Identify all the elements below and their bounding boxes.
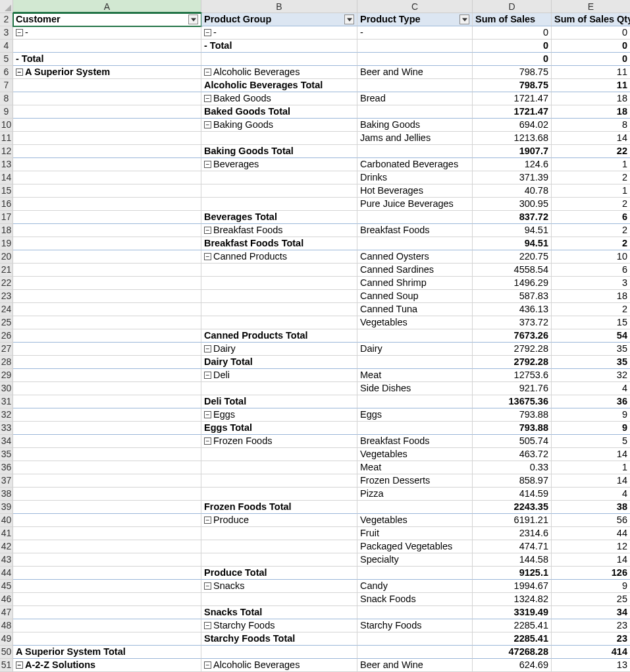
row-header[interactable]: 33 — [0, 422, 13, 435]
cell-product-type[interactable]: Beer and Wine — [357, 659, 473, 672]
cell-product-group[interactable] — [201, 527, 357, 540]
row-header[interactable]: 13 — [0, 158, 13, 171]
collapse-icon[interactable]: − — [16, 69, 23, 76]
row-header[interactable]: 47 — [0, 606, 13, 619]
cell-product-group[interactable] — [201, 184, 357, 198]
row-header[interactable]: 37 — [0, 474, 13, 488]
cell-customer[interactable] — [13, 422, 201, 435]
cell-customer[interactable]: - Total — [13, 53, 201, 66]
row-header[interactable]: 32 — [0, 408, 13, 422]
cell-product-type[interactable] — [357, 606, 473, 619]
cell-sum-sales[interactable]: 436.13 — [473, 303, 552, 316]
cell-sum-qty[interactable]: 2 — [552, 303, 630, 316]
cell-customer[interactable] — [13, 369, 201, 382]
cell-sum-sales[interactable]: 694.02 — [473, 119, 552, 132]
row-header[interactable]: 44 — [0, 567, 13, 580]
row-header[interactable]: 45 — [0, 580, 13, 593]
cell-sum-sales[interactable]: 414.59 — [473, 488, 552, 501]
cell-sum-sales[interactable]: 858.97 — [473, 474, 552, 488]
collapse-icon[interactable]: − — [204, 661, 211, 669]
cell-product-type[interactable] — [357, 395, 473, 408]
cell-sum-qty[interactable]: 4 — [552, 488, 630, 501]
cell-sum-sales[interactable]: 0.33 — [473, 461, 552, 474]
cell-customer[interactable]: −A Superior System — [13, 66, 201, 79]
row-header[interactable]: 28 — [0, 356, 13, 369]
select-all-corner[interactable] — [0, 0, 13, 13]
cell-product-type[interactable]: Starchy Foods — [357, 619, 473, 632]
cell-product-type[interactable]: Fruit — [357, 527, 473, 540]
collapse-icon[interactable]: − — [204, 582, 211, 590]
cell-customer[interactable] — [13, 316, 201, 329]
cell-product-type[interactable]: Carbonated Beverages — [357, 158, 473, 171]
cell-sum-qty[interactable]: 34 — [552, 606, 630, 619]
cell-sum-sales[interactable]: 13675.36 — [473, 395, 552, 408]
cell-sum-sales[interactable]: 373.72 — [473, 316, 552, 329]
row-header[interactable]: 21 — [0, 264, 13, 277]
cell-customer[interactable] — [13, 448, 201, 461]
cell-sum-sales[interactable]: 1907.7 — [473, 145, 552, 158]
cell-product-type[interactable]: Beer and Wine — [357, 66, 473, 79]
cell-product-group[interactable] — [201, 474, 357, 488]
cell-customer[interactable] — [13, 593, 201, 606]
cell-product-type[interactable] — [357, 237, 473, 250]
cell-sum-qty[interactable]: 22 — [552, 145, 630, 158]
cell-sum-qty[interactable]: 25 — [552, 593, 630, 606]
cell-product-type[interactable] — [357, 145, 473, 158]
cell-product-group[interactable] — [201, 488, 357, 501]
cell-sum-qty[interactable]: 23 — [552, 632, 630, 646]
row-header[interactable]: 7 — [0, 79, 13, 92]
cell-product-type[interactable]: Drinks — [357, 171, 473, 184]
cell-sum-qty[interactable]: 13 — [552, 659, 630, 672]
cell-sum-sales[interactable]: 2285.41 — [473, 632, 552, 646]
cell-sum-qty[interactable]: 9 — [552, 422, 630, 435]
col-header-B[interactable]: B — [201, 0, 357, 13]
cell-product-group[interactable]: −Beverages — [201, 158, 357, 171]
cell-product-group[interactable]: Canned Products Total — [201, 329, 357, 343]
cell-customer[interactable] — [13, 145, 201, 158]
cell-sum-qty[interactable]: 23 — [552, 619, 630, 632]
cell-sum-qty[interactable]: 32 — [552, 369, 630, 382]
cell-sum-sales[interactable]: 921.76 — [473, 382, 552, 395]
cell-sum-qty[interactable]: 15 — [552, 316, 630, 329]
cell-product-type[interactable]: Frozen Desserts — [357, 474, 473, 488]
row-header[interactable]: 12 — [0, 145, 13, 158]
row-header[interactable]: 30 — [0, 382, 13, 395]
cell-customer[interactable] — [13, 132, 201, 145]
cell-customer[interactable] — [13, 553, 201, 567]
cell-product-type[interactable]: Jams and Jellies — [357, 132, 473, 145]
cell-product-group[interactable]: −- — [201, 26, 357, 40]
cell-sum-sales[interactable]: 1496.29 — [473, 277, 552, 290]
cell-sum-sales[interactable]: 40.78 — [473, 184, 552, 198]
cell-product-type[interactable] — [357, 356, 473, 369]
cell-product-type[interactable] — [357, 105, 473, 119]
row-header[interactable]: 49 — [0, 632, 13, 646]
row-header[interactable]: 16 — [0, 198, 13, 211]
cell-customer[interactable] — [13, 356, 201, 369]
collapse-icon[interactable]: − — [204, 437, 211, 445]
cell-sum-sales[interactable]: 463.72 — [473, 448, 552, 461]
col-header-D[interactable]: D — [473, 0, 552, 13]
cell-product-type[interactable] — [357, 567, 473, 580]
cell-sum-qty[interactable]: 0 — [552, 40, 630, 53]
cell-sum-sales[interactable]: 12753.6 — [473, 369, 552, 382]
row-header[interactable]: 24 — [0, 303, 13, 316]
row-header[interactable]: 19 — [0, 237, 13, 250]
collapse-icon[interactable]: − — [204, 253, 211, 260]
row-header[interactable]: 23 — [0, 290, 13, 303]
cell-sum-qty[interactable]: 5 — [552, 435, 630, 448]
cell-customer[interactable] — [13, 474, 201, 488]
cell-sum-sales[interactable]: 94.51 — [473, 224, 552, 237]
cell-sum-sales[interactable]: 837.72 — [473, 211, 552, 224]
row-header[interactable]: 25 — [0, 316, 13, 329]
cell-customer[interactable] — [13, 527, 201, 540]
cell-product-type[interactable]: Pure Juice Beverages — [357, 198, 473, 211]
cell-customer[interactable] — [13, 119, 201, 132]
cell-customer[interactable] — [13, 382, 201, 395]
cell-sum-sales[interactable]: 371.39 — [473, 171, 552, 184]
cell-product-group[interactable]: Beverages Total — [201, 211, 357, 224]
cell-sum-sales[interactable]: 1213.68 — [473, 132, 552, 145]
cell-sum-qty[interactable]: 0 — [552, 53, 630, 66]
row-header[interactable]: 35 — [0, 448, 13, 461]
row-header[interactable]: 39 — [0, 501, 13, 514]
collapse-icon[interactable]: − — [204, 121, 211, 128]
